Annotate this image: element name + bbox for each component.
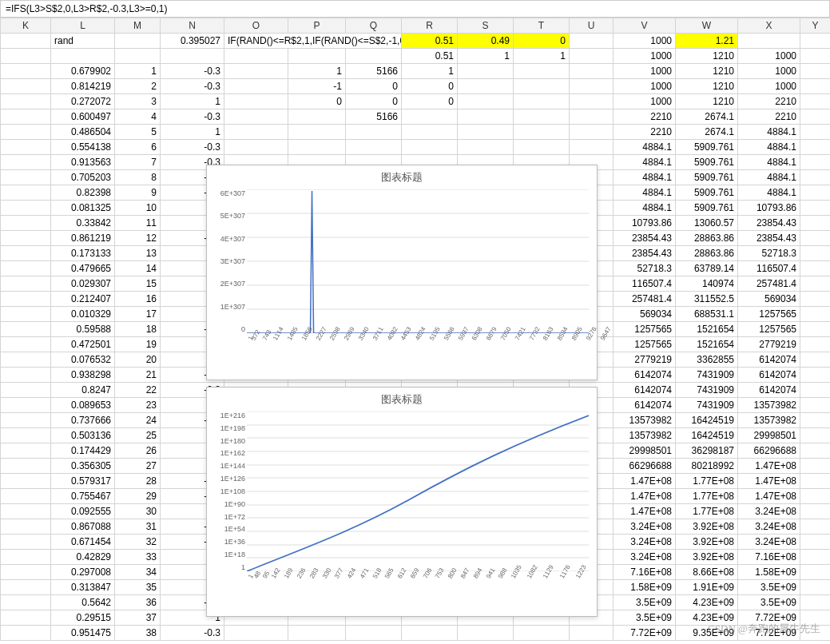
cell[interactable] [800, 292, 831, 307]
cell[interactable]: 21 [115, 368, 161, 383]
cell[interactable]: 0 [402, 79, 458, 94]
cell[interactable]: 7.16E+08 [614, 565, 676, 580]
cell[interactable]: 25 [115, 428, 161, 443]
cell[interactable] [1, 79, 51, 94]
cell[interactable]: 2674.1 [676, 109, 738, 125]
cell[interactable] [346, 140, 402, 155]
cell[interactable] [800, 185, 831, 201]
cell[interactable]: 6 [115, 140, 161, 155]
col-header-N[interactable]: N [161, 18, 224, 34]
cell[interactable]: 4884.1 [614, 140, 676, 155]
cell[interactable]: 2 [115, 79, 161, 94]
cell[interactable]: 1.77E+08 [676, 474, 738, 489]
cell[interactable] [800, 489, 831, 504]
cell[interactable]: 2210 [738, 94, 800, 109]
cell[interactable]: 257481.4 [614, 292, 676, 307]
cell[interactable]: 1000 [738, 64, 800, 79]
cell[interactable]: 140974 [676, 276, 738, 292]
cell[interactable] [800, 170, 831, 185]
cell[interactable]: 0 [346, 79, 402, 94]
cell[interactable]: 23854.43 [738, 216, 800, 231]
cell[interactable]: 6142074 [738, 383, 800, 398]
cell[interactable] [800, 413, 831, 428]
cell[interactable]: 5166 [346, 64, 402, 79]
cell[interactable]: 29998501 [614, 443, 676, 459]
cell[interactable] [402, 626, 458, 641]
cell[interactable]: 1.47E+08 [614, 504, 676, 519]
cell[interactable] [288, 109, 346, 125]
cell[interactable]: 20 [115, 352, 161, 368]
cell[interactable] [224, 49, 288, 64]
cell[interactable]: 17 [115, 307, 161, 322]
cell[interactable]: 3.24E+08 [738, 535, 800, 550]
cell[interactable] [800, 504, 831, 519]
cell[interactable]: 0.49 [458, 34, 514, 49]
cell[interactable]: 7.72E+09 [614, 626, 676, 641]
chart-1[interactable]: 图表标题 6E+3075E+3074E+3073E+3072E+3071E+30… [206, 165, 598, 380]
cell[interactable]: 13573982 [738, 413, 800, 428]
cell[interactable]: 311552.5 [676, 292, 738, 307]
cell[interactable]: 688531.1 [676, 307, 738, 322]
cell[interactable]: 1257565 [738, 307, 800, 322]
col-header-L[interactable]: L [51, 18, 115, 34]
cell[interactable]: 28863.86 [676, 231, 738, 246]
cell[interactable] [800, 246, 831, 261]
cell[interactable] [224, 64, 288, 79]
cell[interactable]: 23 [115, 398, 161, 413]
cell[interactable] [1, 595, 51, 610]
cell[interactable] [1, 109, 51, 125]
cell[interactable] [570, 94, 614, 109]
cell[interactable]: 1210 [676, 49, 738, 64]
col-header-W[interactable]: W [676, 18, 738, 34]
cell[interactable] [800, 64, 831, 79]
cell[interactable]: 26 [115, 443, 161, 459]
cell[interactable]: 2210 [614, 125, 676, 140]
cell[interactable] [1, 231, 51, 246]
cell[interactable] [800, 231, 831, 246]
cell[interactable]: 1 [514, 49, 570, 64]
cell[interactable] [1, 246, 51, 261]
cell[interactable]: 0.8247 [51, 383, 115, 398]
cell[interactable]: 2779219 [738, 337, 800, 352]
cell[interactable]: 28863.86 [676, 246, 738, 261]
cell[interactable] [570, 79, 614, 94]
cell[interactable]: 8 [115, 170, 161, 185]
cell[interactable]: 4.23E+09 [676, 610, 738, 626]
cell[interactable]: 9.35E+09 [676, 626, 738, 641]
cell[interactable]: 13 [115, 246, 161, 261]
cell[interactable] [458, 94, 514, 109]
cell[interactable]: 5909.761 [676, 201, 738, 216]
cell[interactable]: 0 [346, 94, 402, 109]
cell[interactable] [800, 34, 831, 49]
cell[interactable]: 1 [115, 64, 161, 79]
cell[interactable]: 4884.1 [738, 155, 800, 170]
cell[interactable]: 2779219 [614, 352, 676, 368]
cell[interactable]: 1000 [738, 49, 800, 64]
cell[interactable] [1, 550, 51, 565]
cell[interactable] [570, 49, 614, 64]
cell[interactable]: 5909.761 [676, 155, 738, 170]
cell[interactable]: 0.913563 [51, 155, 115, 170]
cell[interactable]: 0.5642 [51, 595, 115, 610]
cell[interactable] [514, 626, 570, 641]
cell[interactable]: 0.579317 [51, 474, 115, 489]
cell[interactable]: 1000 [614, 34, 676, 49]
cell[interactable]: 14 [115, 261, 161, 276]
cell[interactable] [1, 519, 51, 535]
cell[interactable] [1, 535, 51, 550]
cell[interactable] [1, 610, 51, 626]
cell[interactable]: 33 [115, 550, 161, 565]
cell[interactable] [800, 261, 831, 276]
cell[interactable]: 13573982 [614, 413, 676, 428]
cell[interactable] [800, 307, 831, 322]
cell[interactable]: 7431909 [676, 383, 738, 398]
cell[interactable]: 1.47E+08 [614, 489, 676, 504]
cell[interactable]: 0.081325 [51, 201, 115, 216]
cell[interactable]: 1.58E+09 [738, 565, 800, 580]
cell[interactable] [1, 94, 51, 109]
cell[interactable]: 23854.43 [738, 231, 800, 246]
cell[interactable]: 5909.761 [676, 185, 738, 201]
cell[interactable]: 28 [115, 474, 161, 489]
cell[interactable]: 0.600497 [51, 109, 115, 125]
cell[interactable]: 1000 [614, 94, 676, 109]
